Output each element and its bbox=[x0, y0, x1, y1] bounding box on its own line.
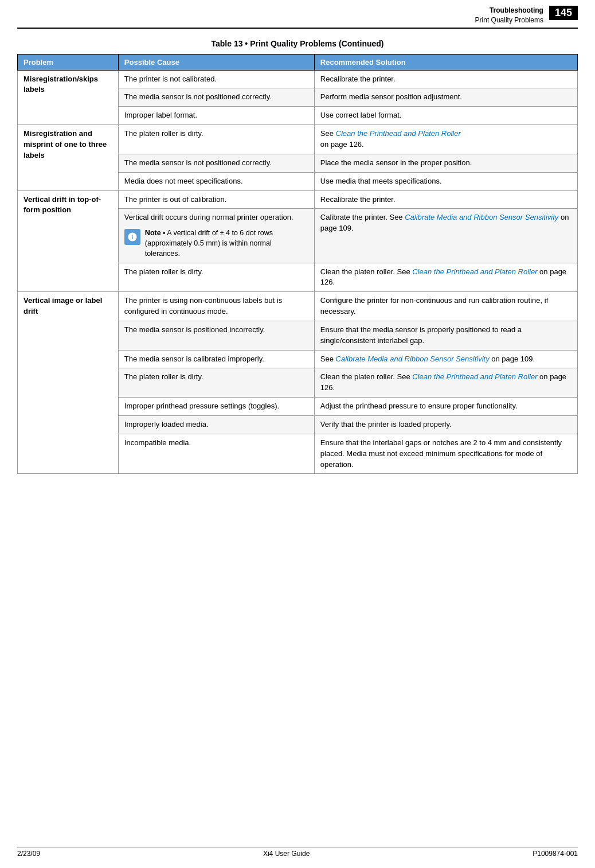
page-number: 145 bbox=[549, 6, 578, 20]
problem-cell: Vertical drift in top-of-form position bbox=[18, 190, 119, 292]
solution-cell: Use correct label format. bbox=[314, 107, 577, 125]
header-text: Troubleshooting Print Quality Problems bbox=[475, 6, 543, 25]
solution-cell: Calibrate the printer. See Calibrate Med… bbox=[314, 209, 577, 263]
table-row: Misregistration/skips labelsThe printer … bbox=[18, 70, 578, 88]
problem-cell: Vertical image or label drift bbox=[18, 292, 119, 474]
problem-cell: Misregistration and misprint of one to t… bbox=[18, 125, 119, 190]
solution-cell: Recalibrate the printer. bbox=[314, 70, 577, 88]
main-table: Problem Possible Cause Recommended Solut… bbox=[17, 54, 578, 474]
cause-cell: The platen roller is dirty. bbox=[118, 263, 314, 292]
solution-cell: Use media that meets specifications. bbox=[314, 172, 577, 190]
solution-cell: Clean the platen roller. See Clean the P… bbox=[314, 368, 577, 398]
cause-cell: The printer is using non-continuous labe… bbox=[118, 292, 314, 321]
cause-main-text: Vertical drift occurs during normal prin… bbox=[124, 212, 308, 223]
solution-link[interactable]: Calibrate Media and Ribbon Sensor Sensit… bbox=[405, 213, 558, 221]
cause-cell: The media sensor is not positioned corre… bbox=[118, 154, 314, 172]
solution-cell: Configure the printer for non-continuous… bbox=[314, 292, 577, 321]
header-chapter: Troubleshooting bbox=[475, 6, 543, 15]
solution-cell: Clean the platen roller. See Clean the P… bbox=[314, 263, 577, 292]
solution-cell: Ensure that the media sensor is properly… bbox=[314, 321, 577, 350]
table-row: Vertical image or label driftThe printer… bbox=[18, 292, 578, 321]
solution-cell: Ensure that the interlabel gaps or notch… bbox=[314, 434, 577, 474]
cause-cell: The media sensor is positioned incorrect… bbox=[118, 321, 314, 350]
cause-cell: The platen roller is dirty. bbox=[118, 125, 314, 154]
footer-part: P1009874-001 bbox=[533, 850, 578, 858]
note-icon bbox=[124, 229, 140, 245]
cause-cell: The printer is not calibrated. bbox=[118, 70, 314, 88]
solution-cell: Place the media sensor in the proper pos… bbox=[314, 154, 577, 172]
cause-cell: Improper label format. bbox=[118, 107, 314, 125]
solution-cell: See Calibrate Media and Ribbon Sensor Se… bbox=[314, 350, 577, 368]
col-header-problem: Problem bbox=[18, 54, 119, 70]
table-title: Table 13 • Print Quality Problems (Conti… bbox=[17, 39, 578, 48]
problem-cell: Misregistration/skips labels bbox=[18, 70, 119, 125]
footer-guide: Xi4 User Guide bbox=[263, 850, 310, 858]
header-section: Print Quality Problems bbox=[475, 15, 543, 25]
footer-date: 2/23/09 bbox=[17, 850, 40, 858]
table-row: Misregistration and misprint of one to t… bbox=[18, 125, 578, 154]
cause-cell: Improper printhead pressure settings (to… bbox=[118, 398, 314, 416]
cause-cell: The platen roller is dirty. bbox=[118, 368, 314, 398]
solution-link[interactable]: Clean the Printhead and Platen Roller bbox=[336, 129, 461, 138]
cause-cell: Improperly loaded media. bbox=[118, 416, 314, 434]
note-text: Note • A vertical drift of ± 4 to 6 dot … bbox=[145, 228, 308, 259]
solution-cell: See Clean the Printhead and Platen Rolle… bbox=[314, 125, 577, 154]
solution-cell: Recalibrate the printer. bbox=[314, 190, 577, 209]
cause-cell: Vertical drift occurs during normal prin… bbox=[118, 209, 314, 263]
solution-cell: Adjust the printhead pressure to ensure … bbox=[314, 398, 577, 416]
cause-cell: The media sensor is not positioned corre… bbox=[118, 88, 314, 107]
solution-link[interactable]: Clean the Printhead and Platen Roller bbox=[412, 372, 537, 381]
cause-cell: Media does not meet specifications. bbox=[118, 172, 314, 190]
solution-cell: Verify that the printer is loaded proper… bbox=[314, 416, 577, 434]
col-header-solution: Recommended Solution bbox=[314, 54, 577, 70]
page-header: Troubleshooting Print Quality Problems 1… bbox=[17, 0, 578, 29]
solution-link[interactable]: Calibrate Media and Ribbon Sensor Sensit… bbox=[336, 355, 490, 363]
solution-link[interactable]: Clean the Printhead and Platen Roller bbox=[412, 267, 537, 276]
cause-cell: The media sensor is calibrated improperl… bbox=[118, 350, 314, 368]
table-header-row: Problem Possible Cause Recommended Solut… bbox=[18, 54, 578, 70]
page-footer: 2/23/09 Xi4 User Guide P1009874-001 bbox=[17, 847, 578, 858]
cause-cell: The printer is out of calibration. bbox=[118, 190, 314, 209]
table-row: Vertical drift in top-of-form positionTh… bbox=[18, 190, 578, 209]
note-box: Note • A vertical drift of ± 4 to 6 dot … bbox=[124, 228, 308, 259]
cause-cell: Incompatible media. bbox=[118, 434, 314, 474]
col-header-cause: Possible Cause bbox=[118, 54, 314, 70]
solution-cell: Perform media sensor position adjustment… bbox=[314, 88, 577, 107]
